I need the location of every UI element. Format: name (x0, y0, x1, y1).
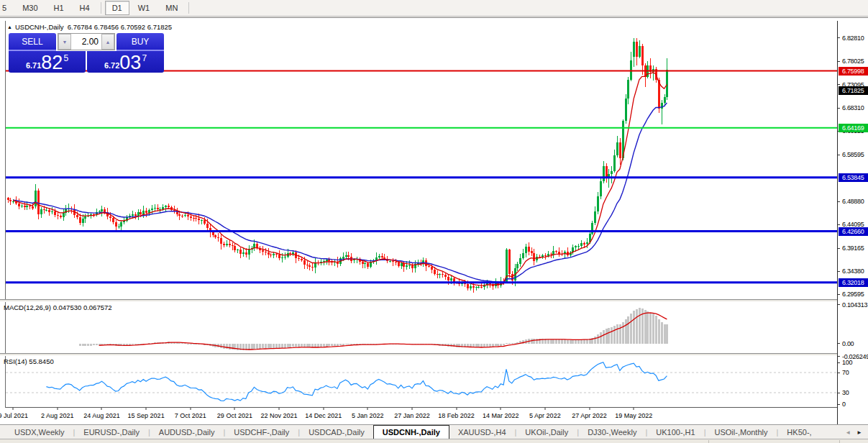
rsi-indicator-label: RSI(14) 55.8450 (4, 357, 54, 365)
price-tick: 6.39165 (842, 245, 864, 252)
ask-prefix: 6.72 (104, 61, 119, 70)
tabs-scroll-left-icon[interactable]: ◄ (842, 429, 854, 436)
bid-pip-digit: 5 (63, 53, 68, 63)
bid-big-digits: 82 (41, 53, 63, 72)
price-tick: 0 (842, 401, 846, 408)
one-click-trading-panel: SELL ▼ ▲ BUY 6.71825 6.72037 (9, 33, 164, 73)
volume-increase-button[interactable]: ▲ (101, 34, 114, 50)
price-tick: 6.68310 (842, 104, 864, 111)
volume-decrease-button[interactable]: ▼ (58, 34, 71, 50)
chart-tabs-bar: USDX,Weekly|EURUSD-,Daily|AUDUSD-,Daily|… (0, 424, 868, 439)
tab-usoil-monthly[interactable]: USOil-,Monthly (706, 425, 777, 439)
price-tick: 0.00 (842, 340, 854, 347)
panel-divider-macd[interactable] (0, 299, 868, 302)
sell-button[interactable]: SELL (9, 33, 56, 51)
level-price-badge: 6.75998 (839, 67, 868, 76)
tab-hk50[interactable]: HK50-, (778, 425, 820, 439)
price-tick: 6.34380 (842, 268, 864, 275)
chart-window: ▲USDCNH-,Daily 6.76784 6.78456 6.70592 6… (0, 17, 868, 424)
timeframe-button-h4[interactable]: H4 (73, 1, 97, 15)
macd-indicator-label: MACD(12,26,9) 0.047530 0.067572 (4, 303, 112, 311)
timeframe-button-m30[interactable]: M30 (15, 1, 45, 15)
ohlc-values: 6.76784 6.78456 6.70592 6.71825 (68, 23, 172, 31)
buy-button[interactable]: BUY (117, 33, 164, 51)
collapse-trade-panel-icon[interactable]: ▲ (7, 24, 12, 29)
tab-xauusd-h4[interactable]: XAUUSD-,H4 (449, 425, 515, 439)
level-price-badge: 6.53845 (839, 173, 868, 182)
tab-audusd-daily[interactable]: AUDUSD-,Daily (150, 425, 224, 439)
timeframe-button-h1[interactable]: H1 (47, 1, 71, 15)
date-tick-label: 18 Feb 2022 (438, 412, 475, 419)
date-tick-label: 27 Apr 2022 (572, 412, 607, 419)
current-price-badge: 6.71825 (839, 86, 868, 95)
price-tick: 6.48880 (842, 198, 864, 205)
ask-pip-digit: 7 (142, 53, 147, 63)
date-tick-label: 29 Oct 2021 (217, 412, 252, 419)
ohlc-header: ▲USDCNH-,Daily 6.76784 6.78456 6.70592 6… (7, 23, 172, 31)
tab-usdx-weekly[interactable]: USDX,Weekly (6, 425, 73, 439)
date-tick-label: 15 Sep 2021 (128, 412, 165, 419)
volume-input[interactable] (71, 34, 101, 50)
date-tick-label: 5 Apr 2022 (529, 412, 561, 419)
date-tick-label: 9 Jul 2021 (0, 412, 28, 419)
timeframe-button-mn[interactable]: MN (158, 1, 185, 15)
ask-price-display[interactable]: 6.72037 (87, 51, 164, 73)
price-tick: 6.82810 (842, 35, 864, 42)
date-tick-label: 7 Oct 2021 (175, 412, 206, 419)
plot-left-border (5, 21, 6, 408)
date-tick-label: 14 Dec 2021 (305, 412, 342, 419)
level-price-badge: 6.42660 (839, 227, 868, 236)
bid-prefix: 6.71 (26, 61, 41, 70)
price-tick: 6.29595 (842, 291, 864, 298)
timeframe-button-w1[interactable]: W1 (131, 1, 157, 15)
chart-plot-area[interactable] (6, 21, 837, 408)
date-tick-label: 2 Aug 2021 (41, 412, 74, 419)
price-tick: 70 (842, 369, 849, 376)
bid-price-display[interactable]: 6.71825 (9, 51, 86, 73)
price-tick: 0.104313 (842, 301, 867, 309)
price-tick: 6.58595 (842, 151, 864, 158)
tabs-scroll-right-icon[interactable]: ► (854, 429, 865, 436)
date-tick-label: 19 May 2022 (615, 412, 652, 419)
tab-eurusd-daily[interactable]: EURUSD-,Daily (75, 425, 148, 439)
price-tick: 30 (842, 389, 849, 396)
panel-divider-rsi[interactable] (0, 353, 868, 356)
date-tick-label: 27 Jan 2022 (394, 412, 430, 419)
date-axis[interactable]: 9 Jul 20212 Aug 202124 Aug 202115 Sep 20… (0, 408, 837, 425)
tab-dj30-weekly[interactable]: DJ30-,Weekly (579, 425, 645, 439)
tab-usdcad-daily[interactable]: USDCAD-,Daily (300, 425, 373, 439)
price-tick: 6.78025 (842, 58, 864, 65)
tab-usdchf-daily[interactable]: USDCHF-,Daily (225, 425, 298, 439)
timeframe-toolbar: 5M30H1H4D1W1MN (0, 0, 868, 17)
timeframe-button-d1[interactable]: D1 (105, 1, 129, 15)
date-tick-label: 14 Mar 2022 (483, 412, 519, 419)
status-bar (0, 439, 868, 443)
level-price-badge: 6.64169 (839, 124, 868, 132)
timeframe-button-5[interactable]: 5 (0, 1, 14, 15)
tab-uk100-h1[interactable]: UK100-,H1 (647, 425, 703, 439)
tab-usdcnh-daily[interactable]: USDCNH-,Daily (373, 425, 449, 439)
ask-big-digits: 03 (119, 53, 141, 72)
price-axis[interactable]: 6.828106.780256.730956.683106.635256.585… (837, 21, 868, 425)
symbol-label: USDCNH-,Daily (15, 23, 64, 31)
level-price-badge: 6.32018 (839, 278, 868, 287)
price-tick: 100 (842, 359, 852, 366)
date-tick-label: 5 Jan 2022 (352, 412, 384, 419)
date-tick-label: 24 Aug 2021 (83, 412, 120, 419)
tab-ukoil-daily[interactable]: UKOil-,Daily (516, 425, 577, 439)
date-tick-label: 22 Nov 2021 (261, 412, 298, 419)
